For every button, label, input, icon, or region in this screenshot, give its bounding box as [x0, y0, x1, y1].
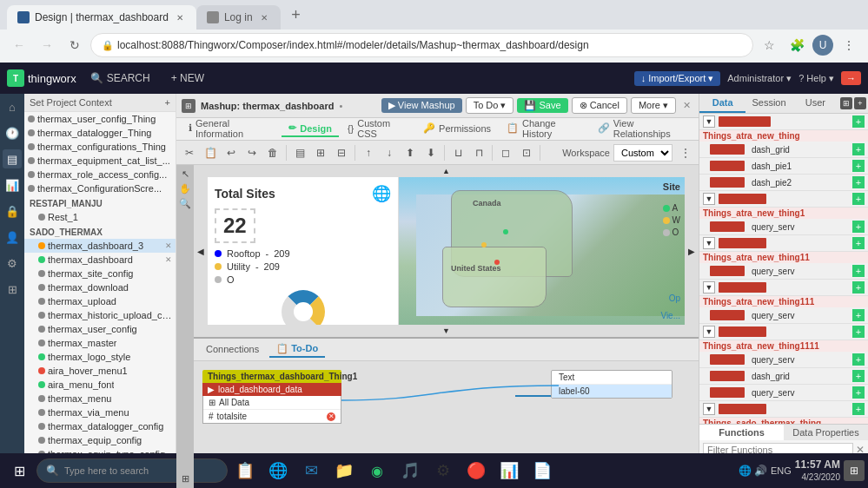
add-qs1111-btn[interactable]: + [852, 353, 865, 366]
tab-change-history[interactable]: 📋 Change History [500, 116, 589, 142]
taskbar-app-files[interactable]: 📁 [328, 455, 360, 486]
notification-btn[interactable]: ⊞ [844, 460, 865, 481]
more-options-button[interactable]: ⋮ [676, 143, 695, 162]
layout-button[interactable]: ◻ [496, 143, 515, 162]
resize-button[interactable]: ⊔ [448, 143, 467, 162]
tree-item-user-config[interactable]: thermax_user_config_Thing [24, 112, 176, 126]
align-left-button[interactable]: ▤ [290, 143, 309, 162]
save-button[interactable]: 💾 Save [517, 98, 567, 113]
import-export-button[interactable]: ↓ Import/Export ▾ [634, 71, 721, 86]
expand-icon-1[interactable]: ▼ [703, 193, 715, 205]
volume-icon[interactable]: 🔊 [754, 465, 767, 477]
tab-permissions[interactable]: 🔑 Permissions [416, 121, 498, 137]
tree-item-upload[interactable]: thermax_upload [24, 294, 176, 308]
data-item-query-serv-1111[interactable]: query_serv + [699, 352, 868, 368]
data-item-query-serv-1[interactable]: query_serv + [699, 219, 868, 235]
session-tab[interactable]: Session [745, 94, 792, 113]
tree-item-dashboard[interactable]: thermax_dashboard ✕ [24, 253, 176, 267]
data-item-things-atra[interactable]: ▼ + [699, 114, 868, 130]
taskbar-app-mail[interactable]: ✉ [295, 455, 327, 486]
sidebar-icon-recent[interactable]: 🕐 [3, 123, 22, 142]
close-button[interactable]: ✕ [679, 99, 693, 113]
taskbar-app-browser[interactable]: 🌐 [262, 455, 294, 486]
layout-2-button[interactable]: ⊡ [517, 143, 536, 162]
move-down-button[interactable]: ↓ [380, 143, 399, 162]
resize-2-button[interactable]: ⊓ [469, 143, 488, 162]
search-bar[interactable]: 🔍 Type here to search [36, 458, 228, 483]
data-item-things-atra-111[interactable]: ▼ + [699, 280, 868, 296]
sidebar-icon-monitoring[interactable]: 📊 [3, 175, 22, 195]
data-item-query-serv-extra[interactable]: query_serv + [699, 385, 868, 401]
add-qsextra-btn[interactable]: + [852, 386, 865, 399]
add-qs111-btn[interactable]: + [852, 309, 865, 321]
view-mashup-button[interactable]: ▶ View Mashup [381, 98, 462, 113]
scroll-up[interactable]: ▲ [194, 165, 699, 177]
expand-icon-sado[interactable]: ▼ [703, 403, 715, 415]
tree-item-configurations[interactable]: thermax_configurations_Thing [24, 140, 176, 154]
service-load-data[interactable]: ▶ load_dashboard_data [202, 383, 341, 396]
tree-item-equipment-cat[interactable]: thermax_equipment_cat_list_... [24, 154, 176, 168]
expand-icon-11[interactable]: ▼ [703, 237, 715, 249]
add-qs11-btn[interactable]: + [852, 265, 865, 277]
more-button[interactable]: More ▾ [631, 97, 676, 114]
add-pie2-btn[interactable]: + [852, 176, 865, 188]
tree-item-datalogger[interactable]: thermax_datalogger_Thing [24, 126, 176, 140]
data-properties-tab[interactable]: Data Properties [784, 425, 868, 440]
tree-item-dashboard3[interactable]: thermax_dashboard_3 ✕ [24, 239, 176, 253]
tree-item-equip-config[interactable]: thermax_equip_config [24, 433, 176, 447]
hand-tool[interactable]: ✋ [179, 183, 191, 195]
add-qs1-btn[interactable]: + [852, 221, 865, 233]
add-atra11-btn[interactable]: + [852, 237, 865, 249]
add-atra1-btn[interactable]: + [852, 193, 865, 205]
view-link[interactable]: Vie... [660, 311, 680, 320]
align-center-button[interactable]: ⊞ [311, 143, 330, 162]
tab-custom-css[interactable]: {} Custom CSS [341, 116, 414, 142]
search-button[interactable]: 🔍 SEARCH [83, 72, 157, 84]
connections-tab[interactable]: Connections [199, 342, 266, 358]
add-atra1111-btn[interactable]: + [852, 326, 865, 338]
data-item-dash-grid2[interactable]: dash_grid + [699, 368, 868, 385]
forward-button[interactable]: → [35, 33, 59, 57]
add-grid2-btn[interactable]: + [852, 370, 865, 382]
tree-item-master[interactable]: thermax_master [24, 336, 176, 350]
functions-tab[interactable]: Functions [699, 425, 784, 440]
op-link[interactable]: Op [669, 293, 680, 303]
tree-item-menu-font[interactable]: aira_menu_font [24, 378, 176, 392]
zoom-tool[interactable]: 🔍 [179, 198, 191, 209]
data-add-btn[interactable]: + [852, 115, 865, 128]
tab-close-login[interactable]: ✕ [258, 11, 270, 23]
delete-button[interactable]: 🗑 [263, 143, 282, 162]
data-item-query-serv-11[interactable]: query_serv + [699, 263, 868, 280]
add-sado-btn[interactable]: + [852, 403, 865, 415]
new-tab-button[interactable]: + [284, 3, 308, 27]
panel-collapse-btn[interactable]: + [854, 97, 866, 109]
data-item-things-atra-11[interactable]: ▼ + [699, 235, 868, 252]
data-item-dash-pie1[interactable]: dash_pie1 + [699, 158, 868, 175]
panel-expand-btn[interactable]: ⊞ [840, 97, 852, 109]
tree-item-datalogger-config[interactable]: thermax_datalogger_config [24, 419, 176, 433]
sidebar-icon-security[interactable]: 🔒 [3, 201, 22, 221]
taskbar-app-settings[interactable]: ⚙ [427, 455, 459, 486]
tree-item-hover-menu[interactable]: aira_hover_menu1 [24, 364, 176, 378]
sidebar-icon-models[interactable]: ▤ [3, 149, 22, 168]
data-item-dash-grid[interactable]: dash_grid + [699, 142, 868, 158]
expand-icon-1111[interactable]: ▼ [703, 326, 715, 338]
bookmark-button[interactable]: ☆ [757, 33, 781, 57]
taskbar-app-pdf[interactable]: 📄 [527, 455, 558, 486]
data-item-things-atra-1111[interactable]: ▼ + [699, 324, 868, 340]
taskbar-app-game[interactable]: 🔴 [461, 455, 492, 486]
extensions-button[interactable]: 🧩 [785, 33, 809, 57]
add-grid-btn[interactable]: + [852, 143, 865, 155]
start-button[interactable]: ⊞ [3, 455, 35, 486]
reload-button[interactable]: ↻ [63, 33, 87, 57]
tree-item-rest1[interactable]: Rest_1 [24, 210, 176, 224]
tree-item-user-conf[interactable]: thermax_user_config [24, 322, 176, 336]
align-right-button[interactable]: ⊟ [332, 143, 351, 162]
pointer-tool[interactable]: ↖ [182, 168, 189, 180]
tab-design[interactable]: ✏ Design [282, 121, 339, 137]
scroll-right[interactable]: ▶ [685, 165, 699, 337]
tree-item-config-screen[interactable]: thermax_ConfigurationScre... [24, 181, 176, 195]
tree-item-menu[interactable]: thermax_menu [24, 392, 176, 406]
admin-button[interactable]: Administrator ▾ [727, 73, 792, 84]
scroll-down[interactable]: ▼ [194, 325, 699, 337]
